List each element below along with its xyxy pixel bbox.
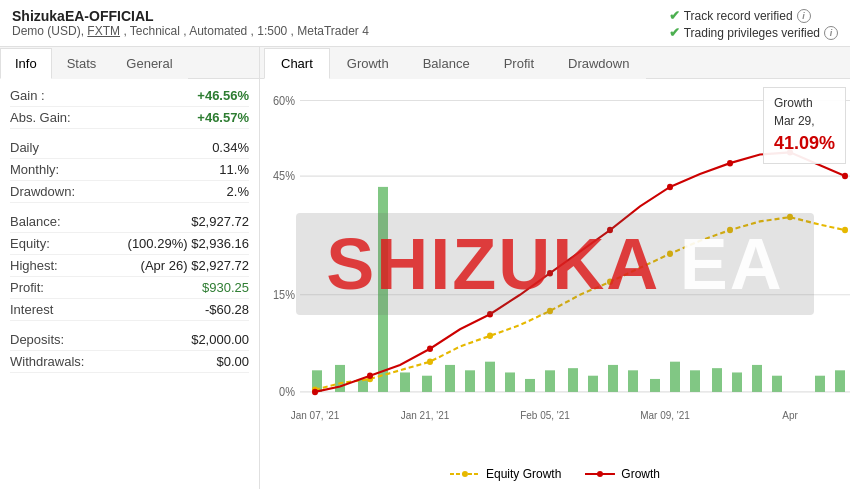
svg-text:Feb 05, '21: Feb 05, '21: [520, 410, 570, 421]
svg-rect-24: [650, 379, 660, 392]
svg-rect-32: [815, 376, 825, 392]
equity-label: Equity:: [10, 236, 50, 251]
check-icon-2: ✔: [669, 25, 680, 40]
tab-growth[interactable]: Growth: [330, 48, 406, 79]
svg-rect-26: [690, 370, 700, 392]
svg-rect-23: [628, 370, 638, 392]
svg-point-53: [842, 173, 848, 179]
svg-rect-11: [378, 187, 388, 392]
svg-point-37: [487, 333, 493, 339]
stat-row-profit: Profit: $930.25: [10, 277, 249, 299]
equity-value: (100.29%) $2,936.16: [128, 236, 249, 251]
svg-text:45%: 45%: [273, 170, 295, 182]
stat-row-balance: Balance: $2,927.72: [10, 211, 249, 233]
svg-point-45: [367, 372, 373, 378]
chart-tooltip: Growth Mar 29, 41.09%: [763, 87, 846, 164]
header: ShizukaEA-OFFICIAL Demo (USD), FXTM , Te…: [0, 0, 850, 47]
stat-row-drawdown: Drawdown: 2.%: [10, 181, 249, 203]
svg-rect-18: [525, 379, 535, 392]
profit-value: $930.25: [202, 280, 249, 295]
svg-point-50: [667, 184, 673, 190]
track-record-info-icon[interactable]: i: [797, 9, 811, 23]
svg-rect-29: [752, 365, 762, 392]
svg-point-51: [727, 160, 733, 166]
tab-general[interactable]: General: [111, 48, 187, 79]
svg-point-48: [547, 270, 553, 276]
withdrawals-label: Withdrawals:: [10, 354, 84, 369]
daily-label: Daily: [10, 140, 39, 155]
daily-value: 0.34%: [212, 140, 249, 155]
svg-rect-22: [608, 365, 618, 392]
highest-value: (Apr 26) $2,927.72: [141, 258, 249, 273]
trading-privileges-verified: ✔ Trading privileges verified i: [669, 25, 838, 40]
svg-point-41: [727, 227, 733, 233]
svg-point-40: [667, 251, 673, 257]
interest-value: -$60.28: [205, 302, 249, 317]
svg-text:0%: 0%: [279, 386, 295, 398]
header-left: ShizukaEA-OFFICIAL Demo (USD), FXTM , Te…: [12, 8, 369, 38]
svg-rect-12: [400, 372, 410, 391]
profit-label: Profit:: [10, 280, 44, 295]
svg-point-39: [607, 279, 613, 285]
svg-rect-28: [732, 372, 742, 391]
svg-rect-20: [568, 368, 578, 392]
svg-point-36: [427, 358, 433, 364]
deposits-label: Deposits:: [10, 332, 64, 347]
interest-label: Interest: [10, 302, 53, 317]
tooltip-date: Mar 29,: [774, 112, 835, 130]
tab-info[interactable]: Info: [0, 48, 52, 79]
svg-point-46: [427, 346, 433, 352]
svg-rect-25: [670, 362, 680, 392]
svg-text:15%: 15%: [273, 289, 295, 301]
header-right: ✔ Track record verified i ✔ Trading priv…: [669, 8, 838, 40]
deposits-value: $2,000.00: [191, 332, 249, 347]
svg-rect-19: [545, 370, 555, 392]
balance-value: $2,927.72: [191, 214, 249, 229]
svg-point-42: [787, 214, 793, 220]
tab-balance[interactable]: Balance: [406, 48, 487, 79]
svg-rect-21: [588, 376, 598, 392]
tab-drawdown[interactable]: Drawdown: [551, 48, 646, 79]
svg-point-44: [312, 389, 318, 395]
withdrawals-value: $0.00: [216, 354, 249, 369]
svg-point-60: [462, 471, 468, 477]
svg-rect-27: [712, 368, 722, 392]
gain-label: Gain :: [10, 88, 45, 103]
stat-row-deposits: Deposits: $2,000.00: [10, 329, 249, 351]
tab-stats[interactable]: Stats: [52, 48, 112, 79]
svg-text:Jan 21, '21: Jan 21, '21: [401, 410, 450, 421]
stat-row-monthly: Monthly: 11.%: [10, 159, 249, 181]
stat-row-highest: Highest: (Apr 26) $2,927.72: [10, 255, 249, 277]
svg-rect-16: [485, 362, 495, 392]
svg-point-47: [487, 311, 493, 317]
chart-svg: 60% 45% 15% 0%: [260, 79, 850, 489]
check-icon: ✔: [669, 8, 680, 23]
drawdown-value: 2.%: [227, 184, 249, 199]
broker-link[interactable]: FXTM: [87, 24, 120, 38]
monthly-value: 11.%: [219, 162, 249, 177]
svg-text:Jan 07, '21: Jan 07, '21: [291, 410, 340, 421]
svg-rect-15: [465, 370, 475, 392]
svg-rect-30: [772, 376, 782, 392]
spacer-1: [10, 129, 249, 137]
stat-row-gain: Gain : +46.56%: [10, 85, 249, 107]
main-container: Info Stats General Gain : +46.56% Abs. G…: [0, 47, 850, 489]
stat-row-equity: Equity: (100.29%) $2,936.16: [10, 233, 249, 255]
trading-privileges-info-icon[interactable]: i: [824, 26, 838, 40]
tooltip-label: Growth: [774, 94, 835, 112]
legend-equity-line: [450, 469, 480, 479]
stat-row-interest: Interest -$60.28: [10, 299, 249, 321]
left-tabs: Info Stats General: [0, 47, 259, 79]
tab-chart[interactable]: Chart: [264, 48, 330, 79]
svg-point-49: [607, 227, 613, 233]
gain-value: +46.56%: [197, 88, 249, 103]
monthly-label: Monthly:: [10, 162, 59, 177]
tooltip-value: 41.09%: [774, 130, 835, 157]
track-record-verified: ✔ Track record verified i: [669, 8, 838, 23]
balance-label: Balance:: [10, 214, 61, 229]
legend-equity-growth: Equity Growth: [450, 467, 561, 481]
chart-legend: Equity Growth Growth: [450, 467, 660, 481]
spacer-3: [10, 321, 249, 329]
legend-growth: Growth: [585, 467, 660, 481]
tab-profit[interactable]: Profit: [487, 48, 551, 79]
